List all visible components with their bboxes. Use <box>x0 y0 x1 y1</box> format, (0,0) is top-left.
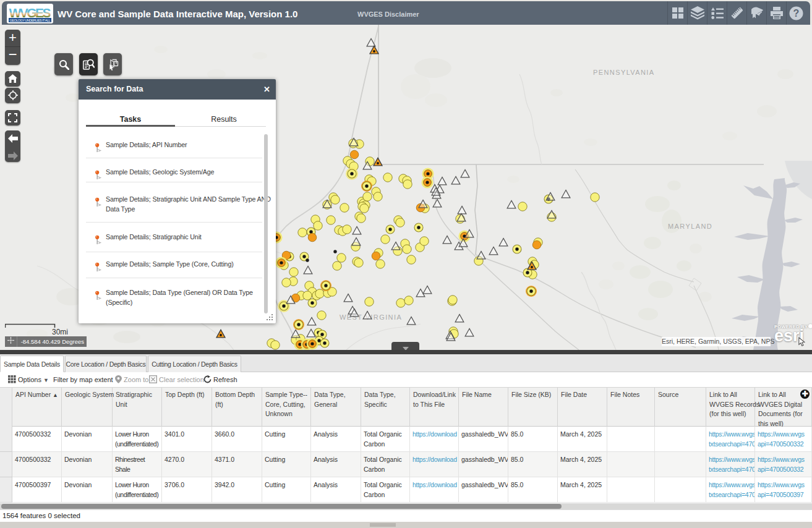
svg-text:?: ? <box>793 8 800 19</box>
svg-text:PENNSYLVANIA: PENNSYLVANIA <box>593 69 655 76</box>
svg-text:WVGES: WVGES <box>9 6 51 20</box>
svg-text:GEOLOGY UNDERLIES IT ALL: GEOLOGY UNDERLIES IT ALL <box>10 19 51 22</box>
svg-text:30mi: 30mi <box>52 328 68 336</box>
svg-text:MARYLAND: MARYLAND <box>668 223 712 230</box>
